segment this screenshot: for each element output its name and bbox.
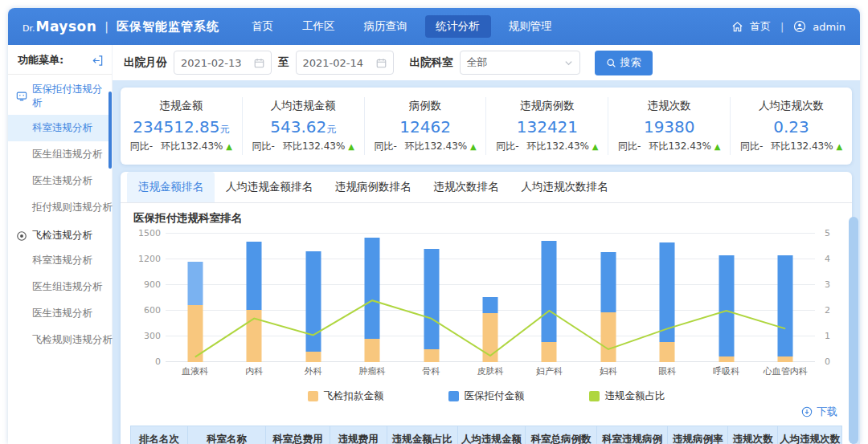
tab-percapita-times-rank[interactable]: 人均违规次数排名 <box>510 172 620 202</box>
sidebar: 功能菜单: 医保拒付违规分析 科室违规分析 医生组违规分析 医生违规分析 拒付规… <box>8 45 113 444</box>
username[interactable]: admin <box>813 21 845 33</box>
home-icon[interactable] <box>731 21 743 33</box>
logo-prefix: Dr. <box>23 23 35 34</box>
date-from-input[interactable]: 2021-02-13 <box>174 51 272 75</box>
stat-unit: 元 <box>326 124 336 135</box>
sidebar-group-flycheck[interactable]: 飞检违规分析 <box>8 221 112 247</box>
record-icon <box>16 230 27 242</box>
date-to-input[interactable]: 2021-02-14 <box>296 51 394 75</box>
calendar-icon <box>376 58 387 68</box>
sidebar-item-rejectrule-violation[interactable]: 拒付规则违规分析 <box>8 194 112 221</box>
filter-bar: 出院月份 2021-02-13 至 2021-02-14 出院科室 全部 <box>113 45 860 80</box>
stat-value: 19380 <box>644 117 695 136</box>
department-ranking-chart: 血液科内科外科肿瘤科骨科皮肤科妇产科妇科眼科呼吸科心血管内科 030060090… <box>130 227 842 381</box>
col-percapita-amount[interactable]: 人均违规金额 <box>458 426 526 444</box>
table-header-row: 排名名次 科室名称 科室总费用 违规费用 违规金额占比 人均违规金额 科室总病例… <box>131 426 842 444</box>
app-title: 医保智能监管系统 <box>117 19 219 35</box>
header-separator: | <box>780 21 784 33</box>
nav-item-records[interactable]: 病历查询 <box>353 15 419 38</box>
date-filter-label: 出院月份 <box>124 55 167 70</box>
sidebar-item-doctor-violation[interactable]: 医生违规分析 <box>8 168 112 194</box>
download-link[interactable]: 下载 <box>801 405 837 419</box>
col-violation-case-rate[interactable]: 违规病例率 <box>668 426 728 444</box>
stat-case-count: 病例数 12462 同比-环比132.43% ▲ <box>365 97 487 155</box>
main-nav: 首页 工作区 病历查询 统计分析 规则管理 <box>240 15 563 38</box>
stat-percapita-times: 人均违规次数 0.23 同比-环比132.43% ▲ <box>731 97 852 155</box>
stat-mom: 环比132.43% <box>161 141 223 152</box>
x-axis-label: 血液科 <box>166 365 224 381</box>
dept-select[interactable]: 全部 <box>460 51 580 75</box>
nav-item-workspace[interactable]: 工作区 <box>291 15 346 38</box>
right-axis-tick: 5 <box>820 228 842 238</box>
sidebar-item-fc-dept-violation[interactable]: 科室违规分析 <box>8 247 112 274</box>
stat-violation-times: 违规次数 19380 同比-环比132.43% ▲ <box>608 97 731 155</box>
up-triangle-icon: ▲ <box>348 142 354 151</box>
col-violation-times[interactable]: 违规次数 <box>728 426 778 444</box>
col-dept-case-count[interactable]: 科室总病例数 <box>526 426 597 444</box>
stat-yoy: 同比- <box>740 140 763 153</box>
search-icon <box>606 58 616 68</box>
stat-title: 人均违规金额 <box>246 99 361 113</box>
download-icon <box>801 406 813 418</box>
ranking-table: 排名名次 科室名称 科室总费用 违规费用 违规金额占比 人均违规金额 科室总病例… <box>130 426 842 444</box>
sidebar-title: 功能菜单: <box>18 53 63 67</box>
sidebar-item-fc-doctor-violation[interactable]: 医生违规分析 <box>8 300 112 327</box>
user-icon[interactable] <box>793 20 806 33</box>
sidebar-item-dept-violation[interactable]: 科室违规分析 <box>8 115 112 141</box>
left-axis-tick: 900 <box>130 279 161 290</box>
stat-title: 违规病例数 <box>489 99 604 113</box>
blue-swatch-icon <box>448 391 459 401</box>
legend-label: 医保拒付金额 <box>465 389 525 403</box>
stat-value: 234512.85 <box>133 117 219 136</box>
tab-case-rank[interactable]: 违规病例数排名 <box>324 172 423 202</box>
left-axis-tick: 1500 <box>130 228 161 238</box>
col-percapita-times[interactable]: 人均违规次数 <box>778 426 842 444</box>
header-home-link[interactable]: 首页 <box>750 19 771 34</box>
violation-ratio-line <box>166 234 815 362</box>
nav-item-rules[interactable]: 规则管理 <box>497 15 563 38</box>
tab-percapita-amount-rank[interactable]: 人均违规金额排名 <box>215 172 324 202</box>
collapse-sidebar-icon[interactable] <box>92 55 104 67</box>
up-triangle-icon: ▲ <box>592 142 599 151</box>
nav-item-home[interactable]: 首页 <box>240 15 285 38</box>
nav-item-statistics[interactable]: 统计分析 <box>425 15 491 38</box>
x-axis-label: 呼吸科 <box>697 365 755 381</box>
col-dept-name[interactable]: 科室名称 <box>187 426 265 444</box>
right-axis-tick: 2 <box>820 305 842 316</box>
stat-mom: 环比132.43% <box>527 141 589 152</box>
logo: Dr. Mayson <box>23 18 96 35</box>
col-violation-fee[interactable]: 违规费用 <box>330 426 387 444</box>
sidebar-scrollbar-thumb[interactable] <box>108 92 112 169</box>
calendar-icon <box>254 58 264 68</box>
date-from-value: 2021-02-13 <box>181 57 242 69</box>
sidebar-group-rejection[interactable]: 医保拒付违规分析 <box>8 75 112 115</box>
right-axis-tick: 1 <box>820 331 842 341</box>
chart-legend: 飞检扣款金额 医保拒付金额 违规金额占比 <box>121 389 852 403</box>
stat-mom: 环比132.43% <box>771 141 833 152</box>
search-button[interactable]: 搜索 <box>595 51 653 75</box>
legend-insurance-rejection[interactable]: 医保拒付金额 <box>448 389 525 403</box>
green-swatch-icon <box>589 391 600 401</box>
left-axis-tick: 300 <box>130 331 161 341</box>
legend-violation-ratio[interactable]: 违规金额占比 <box>589 389 665 403</box>
stat-yoy: 同比- <box>374 140 396 153</box>
col-violation-ratio[interactable]: 违规金额占比 <box>387 426 458 444</box>
stat-unit: 元 <box>219 124 229 135</box>
sidebar-item-fc-rule-violation[interactable]: 飞检规则违规分析 <box>8 327 112 353</box>
tab-times-rank[interactable]: 违规次数排名 <box>423 172 510 202</box>
chart-x-axis-labels: 血液科内科外科肿瘤科骨科皮肤科妇产科妇科眼科呼吸科心血管内科 <box>166 365 815 381</box>
sidebar-group-label: 飞检违规分析 <box>32 229 92 242</box>
sidebar-item-fc-doctorgroup-violation[interactable]: 医生组违规分析 <box>8 274 112 300</box>
legend-flycheck-deduction[interactable]: 飞检扣款金额 <box>308 389 384 403</box>
main-scrollbar-thumb[interactable] <box>849 217 858 444</box>
stat-title: 病例数 <box>368 99 483 113</box>
col-rank[interactable]: 排名名次 <box>131 426 188 444</box>
x-axis-label: 妇产科 <box>520 365 579 381</box>
col-dept-violation-case[interactable]: 科室违规病例 <box>596 426 668 444</box>
stats-card-row: 违规金额 234512.85元 同比-环比132.43% ▲ 人均违规金额 54… <box>121 88 852 165</box>
col-dept-total-fee[interactable]: 科室总费用 <box>266 426 330 444</box>
up-triangle-icon: ▲ <box>226 142 232 151</box>
stat-title: 人均违规次数 <box>734 99 849 113</box>
tab-amount-rank[interactable]: 违规金额排名 <box>127 172 215 202</box>
sidebar-item-doctorgroup-violation[interactable]: 医生组违规分析 <box>8 141 112 168</box>
